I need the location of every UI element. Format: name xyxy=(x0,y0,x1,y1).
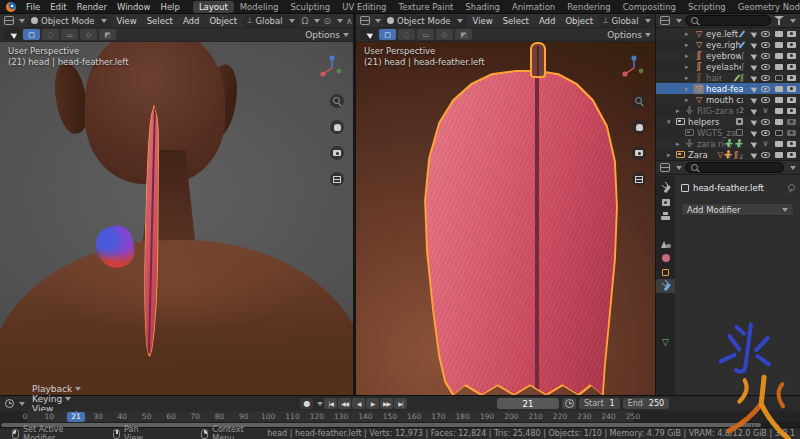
mesh-mini-icon[interactable]: ▽ xyxy=(717,150,722,159)
hide-viewport-toggle[interactable]: ∨ xyxy=(759,108,772,114)
expand-icon[interactable]: ▸ xyxy=(685,41,693,49)
viewport-left[interactable]: Object Mode View Select Add Object ⟂Glob… xyxy=(0,14,353,395)
rotate-tool-button[interactable]: ◇ xyxy=(436,29,453,40)
outliner-row-zara-rig[interactable]: ▸zara rig∨ xyxy=(656,138,800,149)
properties-tab-physics[interactable] xyxy=(656,307,675,321)
properties-search-input[interactable] xyxy=(685,162,784,173)
selectable-toggle[interactable] xyxy=(746,108,759,114)
curves-mini-2-icon[interactable]: ʃʃ xyxy=(734,150,737,159)
timeline-menu-playback[interactable]: Playback xyxy=(27,384,86,394)
pivot-icon[interactable]: ⊙ xyxy=(322,16,332,26)
disable-render-toggle[interactable] xyxy=(785,108,798,114)
hook-icon[interactable]: ʃ xyxy=(741,51,743,60)
menu-file[interactable]: File xyxy=(21,2,45,12)
move-tool-button[interactable]: ▭ xyxy=(61,29,78,40)
count-2-icon[interactable]: 2 xyxy=(739,106,743,115)
selectable-toggle[interactable] xyxy=(746,97,759,103)
orientation-dropdown[interactable]: ⟂Global xyxy=(599,15,654,27)
transform-tool-button[interactable]: ◩ xyxy=(455,29,472,40)
current-frame-field[interactable]: 21 xyxy=(497,398,559,409)
properties-tab-render[interactable] xyxy=(656,195,675,209)
play-button[interactable]: ▶ xyxy=(366,398,379,409)
disable-render-toggle[interactable] xyxy=(785,31,798,37)
zoom-button[interactable] xyxy=(330,94,344,108)
expand-icon[interactable]: ▸ xyxy=(685,85,693,93)
cursor-tool-button[interactable]: ◌ xyxy=(398,29,415,40)
disable-viewport-toggle[interactable] xyxy=(772,130,785,136)
object-menu[interactable]: Object xyxy=(561,16,597,26)
hide-viewport-toggle[interactable] xyxy=(759,53,772,59)
disable-viewport-toggle[interactable] xyxy=(772,86,785,92)
outliner-row-mouth-cavity[interactable]: ▸▽mouth cavity xyxy=(656,94,800,105)
workspace-tab-texture-paint[interactable]: Texture Paint xyxy=(393,1,460,13)
viewport-left-canvas[interactable]: User Perspective (21) head | head-feathe… xyxy=(0,42,353,395)
outliner-row-helpers[interactable]: ▾helpers xyxy=(656,116,800,127)
next-keyframe-button[interactable]: ▶▶ xyxy=(380,398,393,409)
properties-tab-output[interactable] xyxy=(656,209,675,223)
perspective-toggle-button[interactable] xyxy=(632,172,646,186)
hide-viewport-toggle[interactable] xyxy=(759,75,772,81)
orientation-dropdown[interactable]: ⟂Global xyxy=(243,15,298,27)
person-green-icon[interactable] xyxy=(725,139,733,148)
outliner-row-hair[interactable]: ▸ʃʃhairʃʃ xyxy=(656,72,800,83)
playhead-frame-badge[interactable]: 21 xyxy=(67,412,85,422)
outliner-search-input[interactable] xyxy=(685,15,771,26)
disable-viewport-toggle[interactable] xyxy=(772,42,785,48)
expand-icon[interactable]: ▸ xyxy=(685,74,693,82)
workspace-tab-modeling[interactable]: Modeling xyxy=(234,1,285,13)
menu-window[interactable]: Window xyxy=(112,2,156,12)
preview-range-button[interactable] xyxy=(562,398,576,409)
workspace-tab-animation[interactable]: Animation xyxy=(506,1,561,13)
move-tool-button[interactable]: ▭ xyxy=(417,29,434,40)
properties-options-icon[interactable] xyxy=(790,166,796,173)
person-green-icon[interactable] xyxy=(735,139,743,148)
checkbox-icon[interactable] xyxy=(736,129,743,136)
end-frame-field[interactable]: End250 xyxy=(623,398,669,409)
outliner-row-zara[interactable]: ▸Zara▽ʃʃ2 xyxy=(656,149,800,160)
properties-tab-material[interactable] xyxy=(656,349,675,363)
select-menu[interactable]: Select xyxy=(143,16,177,26)
expand-icon[interactable]: ▸ xyxy=(685,30,693,38)
mode-dropdown[interactable]: Object Mode xyxy=(383,15,467,27)
properties-tab-modifier[interactable] xyxy=(656,279,675,293)
expand-icon[interactable]: ▸ xyxy=(685,63,693,71)
filter-icon[interactable] xyxy=(774,16,784,25)
expand-icon[interactable]: ▸ xyxy=(676,140,684,148)
jump-to-start-button[interactable]: |◀ xyxy=(324,398,337,409)
select-box-tool-button[interactable]: ▢ xyxy=(379,29,396,40)
workspace-tab-scripting[interactable]: Scripting xyxy=(682,1,732,13)
properties-tab-scene[interactable] xyxy=(656,237,675,251)
workspace-tab-layout[interactable]: Layout xyxy=(193,1,234,13)
hide-viewport-toggle[interactable] xyxy=(759,42,772,48)
rotate-tool-button[interactable]: ◇ xyxy=(80,29,97,40)
workspace-tab-geometry-nodes[interactable]: Geometry Nodes xyxy=(732,1,800,13)
keying-set-caret[interactable] xyxy=(317,402,323,409)
hide-viewport-toggle[interactable] xyxy=(759,119,772,125)
disable-viewport-toggle[interactable] xyxy=(772,75,785,81)
disable-render-toggle[interactable] xyxy=(785,130,798,136)
properties-tab-viewlayer[interactable] xyxy=(656,223,675,237)
pin-icon[interactable] xyxy=(786,184,794,193)
properties-tab-data[interactable]: ▽ xyxy=(656,335,675,349)
start-frame-field[interactable]: Start1 xyxy=(579,398,620,409)
properties-tab-texture[interactable] xyxy=(656,363,675,377)
properties-tab-object[interactable] xyxy=(656,265,675,279)
selectable-toggle[interactable] xyxy=(746,86,759,92)
view-menu[interactable]: View xyxy=(469,16,497,26)
add-menu[interactable]: Add xyxy=(179,16,203,26)
navigation-gizmo[interactable] xyxy=(319,54,345,80)
selectable-toggle[interactable] xyxy=(746,31,759,37)
disable-render-toggle[interactable] xyxy=(785,42,798,48)
menu-help[interactable]: Help xyxy=(155,2,184,12)
selectable-toggle[interactable] xyxy=(746,119,759,125)
select-menu[interactable]: Select xyxy=(499,16,533,26)
navigation-gizmo[interactable] xyxy=(621,54,647,80)
camera-view-button[interactable] xyxy=(632,146,646,160)
options-dropdown[interactable]: Options xyxy=(305,30,349,40)
object-menu[interactable]: Object xyxy=(205,16,241,26)
hide-viewport-toggle[interactable] xyxy=(759,31,772,37)
hide-viewport-toggle[interactable] xyxy=(759,97,772,103)
options-dropdown[interactable]: Options xyxy=(607,30,651,40)
disable-render-toggle[interactable] xyxy=(785,119,798,125)
add-modifier-button[interactable]: Add Modifier xyxy=(681,203,794,216)
